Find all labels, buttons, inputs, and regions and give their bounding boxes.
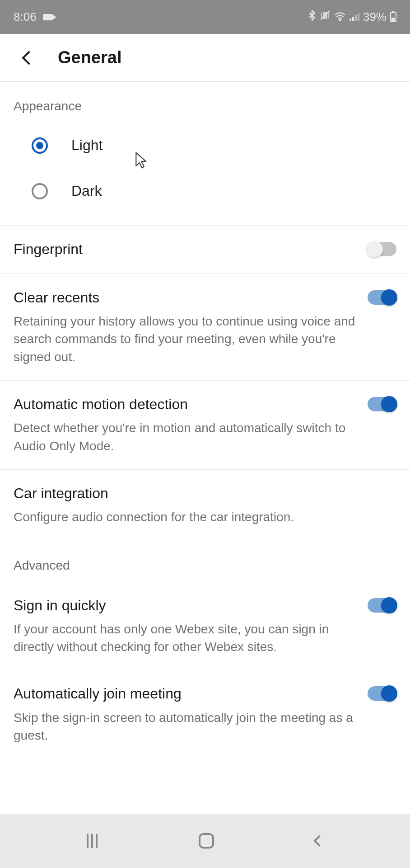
radio-label: Light (71, 137, 102, 154)
nav-home-button[interactable] (199, 833, 214, 849)
video-recording-icon (43, 14, 53, 20)
setting-title: Automatic motion detection (14, 395, 359, 414)
settings-content: Appearance Light Dark Fingerprint Clear … (0, 82, 410, 814)
signal-icon (349, 13, 359, 21)
setting-auto-join[interactable]: Automatically join meeting Skip the sign… (0, 670, 410, 759)
radio-unselected-icon (32, 183, 48, 199)
setting-title: Clear recents (14, 288, 359, 307)
radio-selected-icon (32, 137, 48, 154)
page-title: General (58, 48, 122, 67)
chevron-left-icon (22, 51, 36, 65)
setting-description: Configure audio connection for the car i… (14, 508, 387, 526)
vibrate-icon (320, 10, 331, 24)
status-bar: 8:06 39% (0, 0, 410, 34)
setting-clear-recents[interactable]: Clear recents Retaining your history all… (0, 274, 410, 380)
battery-icon (390, 12, 396, 22)
toggle-clear-recents[interactable] (368, 290, 396, 305)
appearance-option-light[interactable]: Light (0, 123, 410, 168)
wifi-icon (334, 10, 346, 24)
setting-sign-in-quickly[interactable]: Sign in quickly If your account has only… (0, 582, 410, 670)
setting-description: Skip the sign-in screen to automatically… (14, 709, 359, 744)
nav-back-button[interactable] (313, 835, 325, 846)
app-header: General (0, 34, 410, 82)
svg-point-1 (339, 19, 340, 21)
appearance-option-dark[interactable]: Dark (0, 168, 410, 214)
setting-description: Detect whether you're in motion and auto… (14, 419, 359, 454)
bluetooth-icon (308, 10, 316, 24)
setting-car-integration[interactable]: Car integration Configure audio connecti… (0, 469, 410, 541)
navigation-bar (0, 814, 410, 868)
setting-title: Sign in quickly (14, 596, 359, 615)
section-appearance: Appearance (0, 82, 410, 123)
nav-recents-button[interactable] (87, 834, 98, 848)
setting-fingerprint[interactable]: Fingerprint (0, 225, 410, 274)
toggle-motion-detection[interactable] (368, 397, 396, 411)
setting-description: Retaining your history allows you to con… (14, 312, 359, 366)
back-button[interactable] (14, 44, 41, 71)
setting-description: If your account has only one Webex site,… (14, 620, 359, 656)
section-advanced: Advanced (0, 541, 410, 582)
radio-label: Dark (71, 183, 102, 199)
toggle-sign-in-quickly[interactable] (368, 598, 396, 613)
setting-title: Automatically join meeting (14, 684, 359, 703)
status-battery-percent: 39% (363, 10, 387, 24)
toggle-auto-join[interactable] (368, 686, 396, 701)
status-time: 8:06 (14, 10, 37, 24)
toggle-fingerprint[interactable] (368, 242, 396, 256)
setting-motion-detection[interactable]: Automatic motion detection Detect whethe… (0, 380, 410, 469)
setting-title: Fingerprint (14, 240, 359, 259)
setting-title: Car integration (14, 484, 387, 503)
